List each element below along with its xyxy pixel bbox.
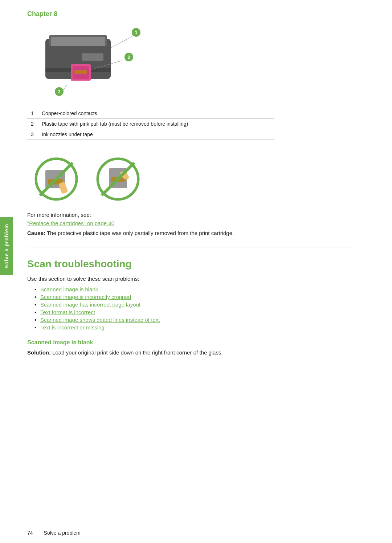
svg-text:1: 1 <box>135 30 137 35</box>
printer-parts-table: 1 Copper-colored contacts 2 Plastic tape… <box>27 108 274 140</box>
svg-rect-3 <box>82 53 103 61</box>
svg-text:2: 2 <box>127 54 130 60</box>
cause-body: The protective plastic tape was only par… <box>47 230 234 236</box>
printer-diagram: 1 2 3 1 Copper-colored contacts 2 Plasti… <box>27 24 370 151</box>
table-row: 3 Ink nozzles under tape <box>27 129 274 140</box>
list-item[interactable]: Scanned image has incorrect page layout <box>34 301 370 308</box>
table-row: 1 Copper-colored contacts <box>27 108 274 119</box>
scan-problems-list: Scanned image is blank Scanned image is … <box>34 286 370 331</box>
scan-intro: Use this section to solve these scan pro… <box>27 276 370 282</box>
scan-troubleshooting-heading: Scan troubleshooting <box>27 258 370 270</box>
footer-page-number: 74 <box>27 530 33 536</box>
warning-icon-1 <box>34 157 78 201</box>
warning-icons-row <box>34 157 370 201</box>
page-footer: 74 Solve a problem <box>16 530 392 536</box>
svg-rect-7 <box>74 70 87 74</box>
row-desc: Ink nozzles under tape <box>38 129 274 140</box>
list-item[interactable]: Text format is incorrect <box>34 309 370 315</box>
side-tab: Solve a problem <box>0 217 13 275</box>
svg-line-8 <box>111 35 134 48</box>
solution-text: Solution: Load your original print side … <box>27 349 370 356</box>
cause-text: Cause: The protective plastic tape was o… <box>27 230 370 236</box>
side-tab-label: Solve a problem <box>4 224 9 268</box>
for-more-info-text: For more information, see: <box>27 212 370 218</box>
section-divider <box>27 247 353 247</box>
row-num: 1 <box>27 108 38 119</box>
printer-image-area: 1 2 3 <box>27 24 151 104</box>
svg-text:3: 3 <box>58 89 60 94</box>
list-item[interactable]: Text is incorrect or missing <box>34 324 370 331</box>
svg-rect-2 <box>51 37 105 46</box>
footer-text: Solve a problem <box>44 530 81 536</box>
main-content: Chapter 8 <box>16 0 392 377</box>
list-item[interactable]: Scanned image is incorrectly cropped <box>34 294 370 300</box>
solution-body: Load your original print side down on th… <box>52 349 222 356</box>
chapter-label: Chapter 8 <box>27 10 57 17</box>
row-desc: Plastic tape with pink pull tab (must be… <box>38 119 274 129</box>
row-num: 3 <box>27 129 38 140</box>
warning-icon-2 <box>96 157 140 201</box>
list-item[interactable]: Scanned image shows dotted lines instead… <box>34 317 370 323</box>
subsection-heading: Scanned image is blank <box>27 339 370 346</box>
table-row: 2 Plastic tape with pink pull tab (must … <box>27 119 274 129</box>
replace-cartridges-link[interactable]: "Replace the cartridges" on page 40 <box>27 220 370 226</box>
printer-svg: 1 2 3 <box>27 24 151 101</box>
row-desc: Copper-colored contacts <box>38 108 274 119</box>
row-num: 2 <box>27 119 38 129</box>
cause-label: Cause: <box>27 230 45 236</box>
solution-label: Solution: <box>27 349 51 356</box>
chapter-header: Chapter 8 <box>27 10 370 18</box>
list-item[interactable]: Scanned image is blank <box>34 286 370 292</box>
